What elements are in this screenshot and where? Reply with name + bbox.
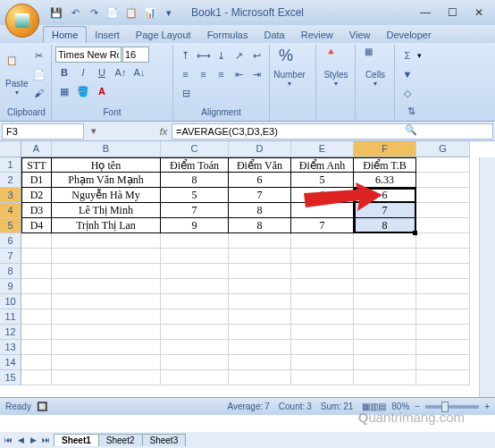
align-middle-icon[interactable]: ⟷ — [195, 46, 212, 64]
find-select-icon[interactable]: 🔍 — [402, 121, 420, 139]
cell[interactable] — [354, 249, 416, 264]
tab-review[interactable]: Review — [293, 27, 341, 43]
cell[interactable] — [21, 233, 52, 249]
cell[interactable] — [291, 325, 354, 340]
cell[interactable] — [161, 294, 229, 309]
cell[interactable] — [291, 340, 354, 355]
qat-dropdown-icon[interactable]: ▾ — [161, 4, 177, 21]
cell[interactable]: 7 — [354, 203, 416, 218]
cell[interactable]: Điểm Toán — [161, 157, 229, 173]
sheet-tab[interactable]: Sheet3 — [142, 434, 187, 446]
cell[interactable]: D1 — [21, 173, 52, 188]
cell[interactable] — [229, 325, 291, 340]
select-all-corner[interactable] — [0, 141, 21, 157]
name-box-dropdown-icon[interactable]: ▾ — [86, 123, 102, 139]
cell[interactable]: D2 — [21, 188, 52, 203]
cell[interactable] — [52, 233, 161, 249]
font-color-button[interactable]: A — [93, 82, 111, 100]
fill-color-button[interactable]: 🪣 — [74, 82, 92, 100]
cell[interactable] — [229, 294, 291, 309]
cell[interactable]: 7 — [229, 188, 291, 203]
view-normal-icon[interactable]: ▦ — [362, 402, 370, 411]
cell[interactable] — [21, 309, 52, 325]
cell[interactable] — [161, 325, 229, 340]
qat-item[interactable]: 📊 — [142, 4, 158, 21]
row-header[interactable]: 3 — [0, 188, 21, 203]
cell[interactable] — [161, 370, 229, 385]
row-header[interactable]: 9 — [0, 279, 21, 294]
col-header[interactable]: E — [291, 141, 354, 157]
redo-icon[interactable]: ↷ — [86, 4, 102, 21]
cell[interactable]: Phạm Văn Mạnh — [52, 173, 161, 188]
sheet-tab[interactable]: Sheet1 — [54, 434, 99, 446]
cell[interactable] — [21, 340, 52, 355]
qat-item[interactable]: 📋 — [123, 4, 139, 21]
row-header[interactable]: 2 — [0, 173, 21, 188]
cell[interactable] — [161, 340, 229, 355]
cell[interactable] — [21, 325, 52, 340]
cell[interactable] — [354, 279, 416, 294]
cell[interactable]: 8 — [229, 203, 291, 218]
cell[interactable] — [229, 355, 291, 370]
cell[interactable] — [52, 325, 161, 340]
cell[interactable]: 8 — [161, 173, 229, 188]
copy-icon[interactable]: 📄 — [30, 65, 48, 83]
cell[interactable] — [21, 264, 52, 279]
cell[interactable]: Lê Thị Minh — [52, 203, 161, 218]
border-button[interactable]: ▦ — [55, 82, 73, 100]
cell[interactable] — [52, 370, 161, 385]
sort-filter-icon[interactable]: ⇅ — [402, 102, 420, 120]
cell[interactable] — [229, 370, 291, 385]
zoom-level[interactable]: 80% — [391, 402, 409, 411]
cell[interactable] — [229, 249, 291, 264]
tab-formulas[interactable]: Formulas — [199, 27, 256, 43]
align-center-icon[interactable]: ≡ — [195, 65, 212, 83]
align-bottom-icon[interactable]: ⤓ — [213, 46, 230, 64]
cell[interactable] — [416, 340, 470, 355]
cut-icon[interactable]: ✂ — [30, 46, 48, 64]
cell[interactable] — [354, 325, 416, 340]
cell[interactable] — [21, 370, 52, 385]
row-header[interactable]: 13 — [0, 340, 21, 355]
cell[interactable] — [52, 340, 161, 355]
cell[interactable] — [21, 249, 52, 264]
orientation-icon[interactable]: ↗ — [231, 46, 248, 64]
cell[interactable]: Điểm T.B — [354, 157, 416, 173]
tab-home[interactable]: Home — [43, 26, 87, 43]
cell[interactable] — [291, 370, 354, 385]
name-box[interactable] — [2, 123, 84, 139]
row-header[interactable]: 4 — [0, 203, 21, 218]
cell[interactable]: Điểm Anh — [291, 157, 354, 173]
cell[interactable]: 8 — [354, 218, 416, 233]
row-header[interactable]: 11 — [0, 309, 21, 325]
clear-icon[interactable]: ◇ — [399, 84, 416, 102]
align-top-icon[interactable]: ⤒ — [177, 46, 194, 64]
col-header[interactable]: G — [416, 141, 470, 157]
cell[interactable] — [354, 264, 416, 279]
cell[interactable] — [354, 355, 416, 370]
cell[interactable]: Họ tên — [52, 157, 161, 173]
zoom-slider[interactable] — [425, 405, 479, 409]
grow-font-icon[interactable]: A↑ — [112, 63, 130, 81]
cell[interactable] — [416, 203, 470, 218]
cell[interactable] — [291, 355, 354, 370]
cell[interactable]: 9 — [161, 218, 229, 233]
cell[interactable] — [52, 264, 161, 279]
undo-icon[interactable]: ↶ — [67, 4, 83, 21]
cell[interactable]: 6.33 — [354, 173, 416, 188]
italic-button[interactable]: I — [74, 63, 92, 81]
row-header[interactable]: 15 — [0, 370, 21, 385]
cell[interactable]: 6 — [229, 173, 291, 188]
sheet-tab[interactable]: Sheet2 — [98, 434, 143, 446]
cell[interactable]: D3 — [21, 203, 52, 218]
cell[interactable] — [354, 309, 416, 325]
row-header[interactable]: 5 — [0, 218, 21, 233]
font-size-select[interactable] — [122, 46, 149, 63]
row-header[interactable]: 10 — [0, 294, 21, 309]
align-right-icon[interactable]: ≡ — [213, 65, 230, 83]
fill-icon[interactable]: ▼ — [399, 65, 416, 83]
number-format-button[interactable]: % Number ▾ — [273, 46, 306, 88]
close-button[interactable]: ✕ — [466, 4, 491, 21]
cell[interactable] — [161, 264, 229, 279]
cell[interactable] — [416, 294, 470, 309]
